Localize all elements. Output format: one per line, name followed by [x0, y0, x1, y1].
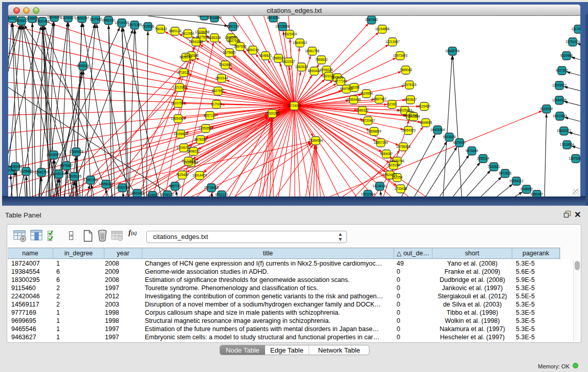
- svg-text:9024502: 9024502: [146, 193, 159, 196]
- svg-text:2718126: 2718126: [178, 71, 190, 74]
- svg-text:1588520: 1588520: [272, 56, 285, 60]
- svg-text:9827508: 9827508: [228, 39, 241, 42]
- svg-text:11156869: 11156869: [19, 169, 33, 173]
- svg-text:16120746: 16120746: [390, 159, 405, 163]
- svg-text:8813054: 8813054: [267, 16, 280, 19]
- svg-text:9699695: 9699695: [420, 121, 432, 124]
- svg-text:9350467: 9350467: [531, 192, 543, 196]
- svg-text:19654925: 19654925: [171, 117, 186, 120]
- svg-text:16878256: 16878256: [47, 16, 62, 19]
- svg-text:19218506: 19218506: [275, 25, 290, 28]
- svg-text:6794028: 6794028: [320, 68, 333, 72]
- svg-text:9463627: 9463627: [404, 98, 417, 101]
- svg-text:9860124: 9860124: [169, 29, 182, 33]
- svg-text:11171874: 11171874: [181, 159, 195, 163]
- svg-text:6879197: 6879197: [453, 141, 466, 144]
- svg-text:16107552: 16107552: [171, 101, 186, 105]
- svg-text:5933928: 5933928: [443, 135, 456, 139]
- svg-text:10025453: 10025453: [398, 108, 412, 112]
- svg-text:9242848: 9242848: [219, 63, 232, 67]
- svg-text:10671355: 10671355: [127, 23, 142, 27]
- svg-text:14136141: 14136141: [373, 184, 387, 188]
- svg-text:15640910: 15640910: [293, 41, 308, 45]
- svg-text:8990448: 8990448: [308, 69, 321, 73]
- svg-text:16154808: 16154808: [375, 27, 390, 31]
- svg-text:15720407: 15720407: [361, 119, 376, 122]
- svg-text:17957255: 17957255: [83, 178, 98, 182]
- svg-text:8471626: 8471626: [499, 171, 512, 175]
- svg-text:19654923: 19654923: [401, 128, 416, 132]
- svg-text:11675326: 11675326: [569, 157, 580, 160]
- svg-text:746266: 746266: [349, 85, 360, 89]
- svg-text:18300295: 18300295: [265, 112, 280, 115]
- svg-text:7986322: 7986322: [356, 108, 369, 112]
- svg-text:10688609: 10688609: [367, 129, 382, 133]
- svg-text:9752130: 9752130: [215, 193, 228, 196]
- svg-text:1849584: 1849584: [407, 115, 420, 118]
- svg-text:1145194: 1145194: [53, 172, 66, 176]
- svg-text:9857791: 9857791: [169, 184, 182, 188]
- svg-text:19384554: 19384554: [309, 139, 323, 142]
- svg-text:18724007: 18724007: [287, 104, 302, 107]
- svg-text:12975115: 12975115: [402, 83, 417, 86]
- svg-text:2905334: 2905334: [77, 64, 90, 68]
- svg-text:9474444: 9474444: [466, 149, 478, 152]
- svg-text:6466160: 6466160: [102, 18, 115, 22]
- svg-text:14385051: 14385051: [8, 165, 23, 168]
- svg-text:16543382: 16543382: [189, 40, 204, 43]
- svg-text:8115934: 8115934: [540, 107, 553, 111]
- svg-text:5675685: 5675685: [223, 51, 236, 54]
- svg-text:20364436: 20364436: [346, 98, 361, 101]
- svg-text:7485063: 7485063: [400, 68, 412, 72]
- svg-text:16210643: 16210643: [553, 114, 568, 118]
- svg-text:9975867: 9975867: [60, 164, 73, 167]
- svg-text:10653287: 10653287: [75, 16, 90, 20]
- svg-text:8267110: 8267110: [204, 114, 216, 117]
- svg-text:15751074: 15751074: [565, 40, 580, 43]
- svg-text:9896142: 9896142: [180, 55, 192, 59]
- svg-text:3624554: 3624554: [360, 92, 373, 95]
- svg-text:11173046: 11173046: [571, 27, 580, 31]
- svg-text:12213967: 12213967: [385, 40, 400, 43]
- svg-text:8186328: 8186328: [208, 36, 221, 39]
- svg-text:9827503: 9827503: [196, 35, 209, 39]
- svg-text:9329966: 9329966: [560, 54, 573, 57]
- svg-text:7357224: 7357224: [227, 25, 239, 28]
- svg-text:16961758: 16961758: [305, 49, 320, 53]
- svg-text:917004: 917004: [211, 102, 222, 106]
- svg-text:17046766: 17046766: [177, 146, 191, 149]
- svg-text:12093872: 12093872: [552, 83, 567, 87]
- svg-text:8427552: 8427552: [212, 89, 225, 93]
- svg-text:12213389: 12213389: [172, 85, 187, 89]
- svg-text:12444136: 12444136: [552, 98, 567, 102]
- svg-text:252254: 252254: [391, 176, 403, 179]
- svg-text:9227342: 9227342: [556, 69, 569, 72]
- svg-text:19166829: 19166829: [173, 132, 188, 136]
- svg-text:8454749: 8454749: [247, 48, 259, 52]
- svg-text:5498222: 5498222: [187, 149, 200, 153]
- svg-text:12942757: 12942757: [34, 170, 49, 174]
- svg-text:9084067: 9084067: [380, 152, 393, 156]
- svg-text:1362615: 1362615: [295, 65, 308, 69]
- svg-text:2087682: 2087682: [365, 18, 378, 21]
- svg-text:7663822: 7663822: [155, 27, 167, 31]
- svg-text:20691406: 20691406: [35, 19, 50, 23]
- svg-text:12905135: 12905135: [67, 174, 82, 178]
- svg-text:9115460: 9115460: [418, 104, 431, 108]
- svg-text:7632621: 7632621: [488, 165, 500, 168]
- svg-text:16033809: 16033809: [207, 16, 222, 19]
- svg-text:10973493: 10973493: [393, 54, 408, 57]
- svg-text:62160: 62160: [387, 102, 397, 106]
- svg-text:8912954: 8912954: [182, 32, 194, 35]
- svg-text:10232944: 10232944: [361, 192, 376, 196]
- svg-text:1615152: 1615152: [387, 163, 400, 167]
- svg-text:10958107: 10958107: [99, 182, 114, 186]
- svg-text:9146821: 9146821: [259, 54, 272, 57]
- svg-text:7955812: 7955812: [315, 58, 328, 61]
- svg-text:9777169: 9777169: [335, 79, 347, 83]
- svg-text:10654112: 10654112: [509, 179, 524, 183]
- svg-text:8322037: 8322037: [282, 60, 295, 63]
- svg-text:1733426: 1733426: [395, 187, 407, 190]
- svg-text:2803144: 2803144: [215, 76, 228, 80]
- svg-text:8746120: 8746120: [161, 193, 174, 196]
